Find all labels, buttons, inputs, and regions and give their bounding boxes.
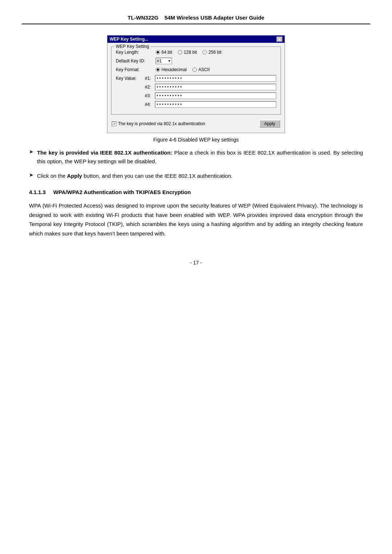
radio-label-ascii: ASCII — [198, 67, 209, 72]
bullet-2-pre: Click on the — [37, 173, 67, 179]
key-value-label: Key Value: — [116, 76, 145, 81]
key-1-id: #1: — [145, 76, 155, 81]
checkbox-wrap: ✓ The key is provided via 802.1x authent… — [112, 121, 205, 126]
bullet-item-2: ➤ Click on the Apply button, and then yo… — [29, 172, 363, 180]
main-content: ➤ The key is provided via IEEE 802.1X au… — [22, 148, 370, 238]
bullet-2-bold: Apply — [67, 173, 82, 179]
header-title: 54M Wireless USB Adapter User Guide — [164, 15, 264, 21]
section-number: 4.1.1.3 — [29, 189, 46, 195]
key-3-input[interactable] — [155, 93, 276, 99]
bullet-2-post: button, and then you can use the IEEE 80… — [82, 173, 232, 179]
key-length-options: 64 bit 128 bit 256 bit — [156, 50, 221, 55]
checkmark-icon: ✓ — [113, 122, 116, 126]
key-format-label: Key Format: — [116, 67, 156, 72]
radio-label-128bit: 128 bit — [184, 50, 197, 55]
key-value-row-2: #2: — [116, 84, 276, 90]
radio-128bit[interactable]: 128 bit — [178, 50, 197, 55]
figure-caption: Figure 4-6 Disabled WEP key settings — [153, 137, 239, 143]
body-paragraph: WPA (Wi-Fi Protected Access) was designe… — [29, 201, 363, 238]
key-2-input[interactable] — [155, 84, 276, 90]
wep-dialog: WEP Key Setting... x WEP Key Setting Key… — [107, 35, 285, 133]
key-3-id: #3: — [145, 93, 155, 98]
radio-dot-hex — [156, 67, 160, 72]
bullet-1-bold: The key is provided via IEEE 802.1X auth… — [37, 149, 172, 156]
select-arrow-icon: ▼ — [168, 59, 171, 63]
bullet-item-1: ➤ The key is provided via IEEE 802.1X au… — [29, 148, 363, 166]
page-header: TL-WN322G 54M Wireless USB Adapter User … — [22, 15, 370, 24]
section-heading: 4.1.1.3 WPA/WPA2 Authentication with TKI… — [29, 189, 363, 195]
radio-ascii[interactable]: ASCII — [192, 67, 209, 72]
bullet-arrow-2: ➤ — [29, 172, 33, 178]
page-number: - 17 - — [190, 260, 202, 266]
radio-hexadecimal[interactable]: Hexadecimal — [156, 67, 187, 72]
default-key-id-label: Default Key ID: — [116, 58, 156, 63]
bullet-arrow-1: ➤ — [29, 149, 33, 155]
key-value-row-4: #4: — [116, 101, 276, 108]
key-format-options: Hexadecimal ASCII — [156, 67, 210, 72]
select-value: #1 — [157, 58, 162, 63]
ieee-checkbox[interactable]: ✓ — [112, 122, 117, 126]
radio-label-64bit: 64 bit — [162, 50, 172, 55]
dialog-title: WEP Key Setting... — [110, 37, 148, 42]
page-footer: - 17 - — [22, 260, 370, 266]
checkbox-label: The key is provided via 802.1x authentic… — [118, 121, 205, 126]
key-4-id: #4: — [145, 102, 155, 107]
dialog-close-button[interactable]: x — [277, 37, 282, 42]
close-icon: x — [278, 37, 281, 41]
key-1-input[interactable] — [155, 75, 276, 82]
dialog-footer: ✓ The key is provided via 802.1x authent… — [111, 118, 281, 129]
section-title: WPA/WPA2 Authentication with TKIP/AES En… — [53, 189, 191, 195]
key-value-row-3: #3: — [116, 93, 276, 99]
default-key-id-select[interactable]: #1 ▼ — [156, 58, 172, 64]
radio-label-hex: Hexadecimal — [162, 67, 187, 72]
radio-dot-ascii — [192, 67, 197, 72]
radio-dot-64bit — [156, 50, 160, 54]
radio-label-256bit: 256 bit — [208, 50, 221, 55]
radio-dot-128bit — [178, 50, 182, 54]
key-4-input[interactable] — [155, 101, 276, 108]
key-2-id: #2: — [145, 85, 155, 90]
dialog-titlebar: WEP Key Setting... x — [107, 36, 285, 43]
radio-dot-256bit — [203, 50, 207, 54]
key-value-row-1: Key Value: #1: — [116, 75, 276, 82]
group-legend: WEP Key Setting — [114, 44, 151, 49]
header-model: TL-WN322G — [128, 15, 159, 21]
radio-64bit[interactable]: 64 bit — [156, 50, 172, 55]
bullet-text-2: Click on the Apply button, and then you … — [37, 172, 233, 180]
apply-button[interactable]: Apply — [259, 120, 280, 128]
radio-256bit[interactable]: 256 bit — [203, 50, 221, 55]
screenshot-container: WEP Key Setting... x WEP Key Setting Key… — [22, 35, 370, 143]
key-length-label: Key Length: — [116, 50, 156, 55]
bullet-text-1: The key is provided via IEEE 802.1X auth… — [37, 148, 363, 166]
